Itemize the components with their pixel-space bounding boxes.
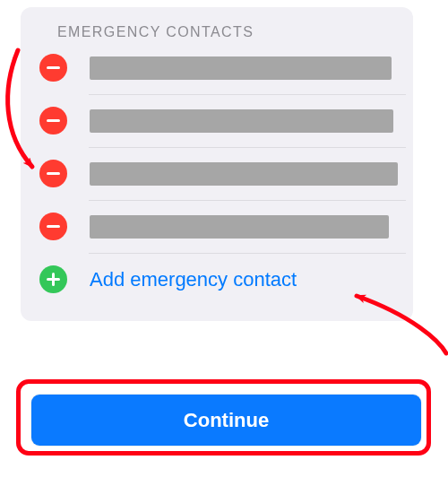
contact-row <box>21 147 413 200</box>
remove-contact-button[interactable] <box>39 160 67 187</box>
contact-name-redacted <box>90 109 393 133</box>
contact-name-redacted <box>90 215 389 239</box>
continue-button-label: Continue <box>184 409 269 432</box>
minus-icon <box>47 172 60 175</box>
contact-row <box>21 41 413 94</box>
contact-row <box>21 94 413 147</box>
remove-contact-button[interactable] <box>39 213 67 240</box>
add-contact-button[interactable] <box>39 265 67 293</box>
minus-icon <box>47 66 60 69</box>
add-contact-link[interactable]: Add emergency contact <box>90 268 297 291</box>
annotation-cta-highlight: Continue <box>16 379 431 456</box>
contact-name-redacted <box>90 56 392 80</box>
contact-row <box>21 200 413 253</box>
continue-button[interactable]: Continue <box>31 395 421 446</box>
contact-list: Add emergency contact <box>21 41 413 306</box>
contact-name-redacted <box>90 162 398 186</box>
remove-contact-button[interactable] <box>39 107 67 135</box>
add-contact-row[interactable]: Add emergency contact <box>21 253 413 306</box>
minus-icon <box>47 119 60 122</box>
remove-contact-button[interactable] <box>39 54 67 82</box>
section-header: EMERGENCY CONTACTS <box>57 24 254 40</box>
minus-icon <box>47 225 60 228</box>
